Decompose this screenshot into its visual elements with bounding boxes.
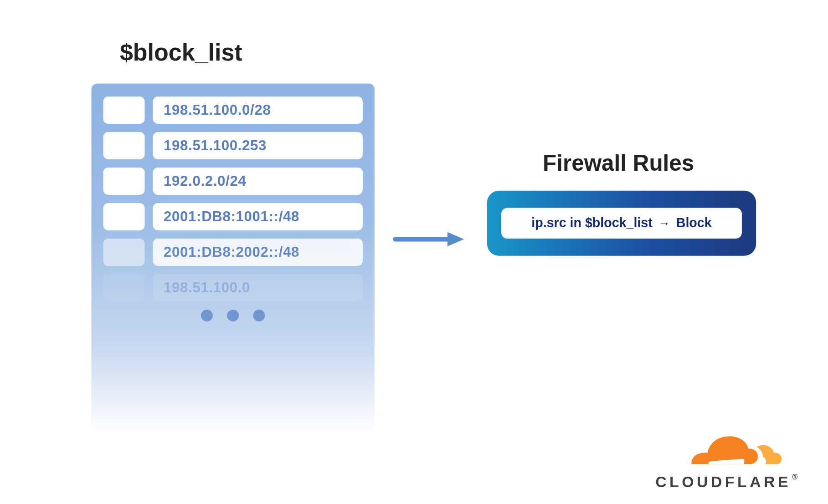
ip-entry: 192.0.2.0/24 [153,168,362,195]
firewall-rule-expression: ip.src in $block_list → Block [501,208,742,239]
ip-entry: 198.51.100.0 [153,274,362,301]
ip-entry: 2001:DB8:2002::/48 [153,239,362,266]
block-list-panel: 198.51.100.0/28 198.51.100.253 192.0.2.0… [91,83,374,433]
drag-handle-icon [103,274,144,301]
list-item: 198.51.100.0 [103,274,362,301]
block-list-title: $block_list [119,39,242,66]
ellipsis-icon [103,310,362,321]
list-item: 198.51.100.0/28 [103,97,362,124]
rule-action: Block [676,215,711,231]
list-item: 2001:DB8:2002::/48 [103,239,362,266]
ip-entry: 198.51.100.253 [153,132,362,159]
firewall-rule-card: ip.src in $block_list → Block [487,190,756,255]
list-item: 192.0.2.0/24 [103,168,362,195]
ip-entry: 2001:DB8:1001::/48 [153,203,362,230]
list-item: 2001:DB8:1001::/48 [103,203,362,230]
arrow-right-icon [393,229,464,249]
drag-handle-icon [103,203,144,230]
diagram-canvas: $block_list 198.51.100.0/28 198.51.100.2… [0,0,828,504]
drag-handle-icon [103,239,144,266]
drag-handle-icon [103,132,144,159]
list-item: 198.51.100.253 [103,132,362,159]
rule-condition: ip.src in $block_list [531,215,652,231]
arrow-right-icon: → [658,216,670,230]
cloud-icon [674,433,781,473]
brand-name: CLOUDFLARE® [655,473,800,491]
drag-handle-icon [103,97,144,124]
cloudflare-logo: CLOUDFLARE® [655,433,800,491]
firewall-rules-title: Firewall Rules [543,150,694,176]
svg-marker-1 [447,232,463,246]
drag-handle-icon [103,168,144,195]
ip-entry: 198.51.100.0/28 [153,97,362,124]
